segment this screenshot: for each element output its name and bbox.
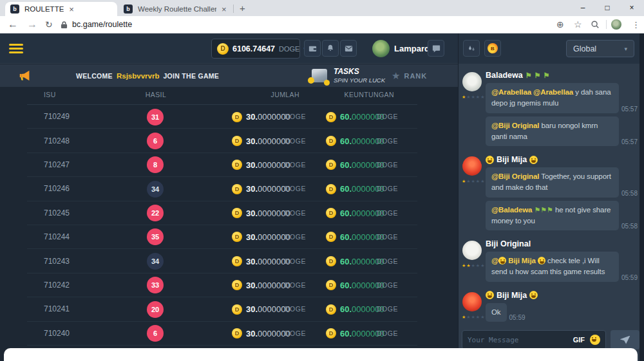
tasks-chest-icon <box>312 69 327 82</box>
chat-bubble[interactable]: @Baladewa ⚑⚑⚑ he not give share money to… <box>486 201 619 231</box>
reload-icon[interactable]: ↻ <box>45 16 53 33</box>
tasks-shortcut[interactable]: TASKS SPIN YOUR LUCK <box>312 67 385 84</box>
balance-amount: 6106.74647 <box>232 44 275 53</box>
mention[interactable]: @Arabellaa <box>491 88 531 96</box>
maximize-button[interactable]: □ <box>595 0 620 16</box>
wallet-icon <box>308 44 317 53</box>
table-row[interactable]: 710247 8 D 30.0000000 DOGE D 60.0000000 … <box>27 153 417 177</box>
round-id: 710246 <box>44 184 70 193</box>
tab-roulette[interactable]: b ROULETTE × <box>5 2 117 16</box>
bet-currency: DOGE <box>285 281 306 289</box>
new-tab-button[interactable]: + <box>240 3 245 14</box>
chat-username[interactable]: Baladewa ⚑ ⚑ ⚑ <box>486 71 638 80</box>
avatar[interactable] <box>462 292 482 311</box>
table-row[interactable]: 710245 22 D 30.0000000 DOGE D 60.0000000… <box>27 201 417 225</box>
bet-currency: DOGE <box>285 233 306 241</box>
round-id: 710242 <box>44 281 70 290</box>
mention[interactable]: @Biji Original <box>491 122 539 129</box>
notifications-button[interactable] <box>322 40 339 57</box>
avatar[interactable] <box>462 241 482 260</box>
table-row[interactable]: 710240 6 D 30.0000000 DOGE D 60.0000000 … <box>27 322 417 346</box>
table-row[interactable]: 710243 34 D 30.0000000 DOGE D 60.0000000… <box>27 249 417 273</box>
table-row[interactable]: 710244 35 D 30.0000000 DOGE D 60.0000000… <box>27 225 417 249</box>
mention[interactable]: @Arabellaa <box>533 88 573 96</box>
tasks-title: TASKS <box>334 67 385 76</box>
timestamp: 05:57 <box>621 106 638 113</box>
profit-currency: DOGE <box>377 233 398 241</box>
welcome-suffix: JOIN THE GAME <box>163 72 219 80</box>
mention[interactable]: @ Biji Mija <box>491 257 545 264</box>
chat-input-bar: GIF <box>462 330 606 349</box>
chat-bubble[interactable]: Ok <box>486 303 507 322</box>
rank-label: RANK <box>404 72 427 80</box>
table-row[interactable]: 710246 34 D 30.0000000 DOGE D 60.0000000… <box>27 177 417 201</box>
browser-navbar: ← → ↻ bc.game/roulette ⊕ ☆ ⋮ <box>0 16 644 33</box>
extension-icon[interactable]: ⊕ <box>556 16 564 33</box>
rank-shortcut[interactable]: ★ RANK <box>392 64 427 87</box>
table-row[interactable]: 710241 20 D 30.0000000 DOGE D 60.0000000… <box>27 297 417 321</box>
close-button[interactable]: × <box>620 0 644 16</box>
avatar[interactable] <box>462 156 482 176</box>
gif-button[interactable]: GIF <box>573 336 585 344</box>
table-row[interactable]: 710248 6 D 30.0000000 DOGE D 60.0000000 … <box>27 129 417 153</box>
chat-toggle-button[interactable] <box>428 40 444 57</box>
doge-coin-icon: D <box>232 208 242 218</box>
table-row[interactable]: 710242 33 D 30.0000000 DOGE D 60.0000000… <box>27 273 417 297</box>
chat-bubble[interactable]: @Arabellaa @Arabellaa y dah sana depo jg… <box>486 83 619 113</box>
doge-coin-icon: D <box>326 136 336 146</box>
result-badge: 8 <box>147 156 164 173</box>
browser-menu-icon[interactable]: ⋮ <box>632 16 640 33</box>
window-controls: – □ × <box>571 0 644 16</box>
profit-currency: DOGE <box>377 185 398 192</box>
grin-emoji-icon <box>529 291 538 299</box>
rain-button[interactable] <box>463 40 480 57</box>
chat-username[interactable]: Biji Mija <box>486 155 638 164</box>
address-bar[interactable]: bc.game/roulette <box>72 16 132 33</box>
search-icon[interactable] <box>591 16 600 33</box>
messages-button[interactable] <box>340 40 357 57</box>
username[interactable]: Lampard <box>394 44 430 53</box>
round-id: 710241 <box>44 304 70 313</box>
forward-icon[interactable]: → <box>27 16 37 33</box>
doge-coin-icon: D <box>326 232 336 242</box>
chat-region-select[interactable]: Global ▾ <box>566 40 634 57</box>
chat-bubble[interactable]: @ Biji Mija check tele ,i Will send u ho… <box>486 252 619 282</box>
emoji-picker-icon[interactable] <box>590 335 600 345</box>
welcome-label: WELCOME <box>76 72 113 80</box>
chat-message: ★★★★★ Biji Mija @Biji Original Together,… <box>462 155 638 230</box>
mention[interactable]: @Baladewa <box>491 206 532 214</box>
avatar[interactable] <box>462 72 482 91</box>
tab-weekly-challenge[interactable]: b Weekly Roulette Challenge - Win × <box>118 2 232 16</box>
tab-close-icon[interactable]: × <box>222 5 227 14</box>
user-level-stars: ★★★★★ <box>462 95 485 100</box>
bet-amount: 30.0000000 <box>246 208 290 218</box>
send-button[interactable] <box>611 330 639 349</box>
balance-selector[interactable]: D 6106.74647 DOGE ▾ <box>211 39 300 59</box>
doge-coin-icon: D <box>232 136 242 146</box>
chat-bubble[interactable]: @Biji Original baru nongol kmrn ganti na… <box>486 116 619 147</box>
minimize-button[interactable]: – <box>571 0 595 16</box>
browser-profile-avatar[interactable] <box>611 19 621 30</box>
tab-title: Weekly Roulette Challenge - Win <box>138 5 216 13</box>
doge-coin-icon: D <box>232 112 242 122</box>
table-row[interactable]: 710249 31 D 30.0000000 DOGE D 60.0000000… <box>27 105 417 129</box>
user-avatar[interactable] <box>372 40 390 57</box>
wallet-button[interactable] <box>304 40 321 57</box>
chat-bubble[interactable]: @Biji Original Together, you support and… <box>486 167 619 198</box>
hamburger-menu-icon[interactable] <box>9 44 23 46</box>
chat-username[interactable]: Biji Original <box>486 239 638 248</box>
bet-currency: DOGE <box>285 305 306 313</box>
mention[interactable]: @Biji Original <box>491 172 539 180</box>
coin-drop-button[interactable]: B <box>484 40 501 57</box>
scrollbar[interactable] <box>639 33 644 361</box>
grin-emoji-icon <box>538 257 545 264</box>
back-icon[interactable]: ← <box>8 16 18 33</box>
chat-username[interactable]: Biji Mija <box>486 291 638 300</box>
tab-close-icon[interactable]: × <box>69 5 74 14</box>
bookmark-icon[interactable]: ☆ <box>574 16 582 33</box>
chat-messages: ★★★★★ Baladewa ⚑ ⚑ ⚑ @Arabellaa @Arabell… <box>459 67 639 331</box>
welcome-text: WELCOME Rsjsbvvrvrb JOIN THE GAME <box>76 64 219 87</box>
chat-message-input[interactable] <box>468 336 568 344</box>
round-id: 710249 <box>44 112 70 121</box>
bet-currency: DOGE <box>285 185 306 192</box>
